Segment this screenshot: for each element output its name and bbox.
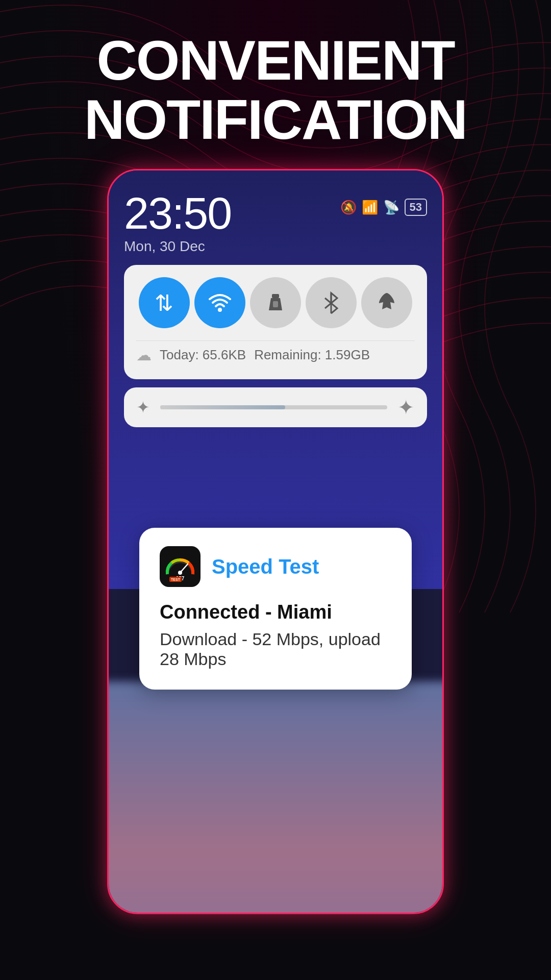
notification-app-name: Speed Test bbox=[212, 555, 319, 578]
bluetooth-toggle-btn[interactable] bbox=[306, 277, 357, 328]
quick-settings-panel: ⇅ bbox=[124, 265, 427, 379]
data-cloud-icon: ☁ bbox=[136, 346, 152, 364]
data-today: Today: 65.6KB bbox=[160, 347, 246, 363]
wifi-icon: 📡 bbox=[383, 200, 399, 215]
svg-point-8 bbox=[178, 571, 182, 575]
status-icons: 🔕 📶 📡 53 bbox=[340, 199, 427, 216]
svg-rect-1 bbox=[272, 294, 279, 298]
data-remaining: Remaining: 1.59GB bbox=[254, 347, 370, 363]
notification-card: 357 TEST Speed Test Connected - Miami Do… bbox=[139, 528, 412, 690]
brightness-track[interactable] bbox=[160, 405, 387, 409]
svg-line-5 bbox=[325, 303, 331, 308]
airplane-toggle-btn[interactable] bbox=[361, 277, 412, 328]
quick-icons-row: ⇅ bbox=[136, 277, 415, 328]
app-icon: 357 TEST bbox=[160, 546, 201, 587]
phone-screen-top: 23:50 Mon, 30 Dec 🔕 📶 📡 53 ⇅ bbox=[109, 170, 442, 589]
svg-line-4 bbox=[325, 298, 331, 303]
svg-point-0 bbox=[218, 308, 222, 312]
svg-text:TEST: TEST bbox=[171, 578, 181, 581]
page-title: CONVENIENT NOTIFICATION bbox=[0, 0, 551, 169]
clock-date: Mon, 30 Dec bbox=[124, 238, 231, 255]
mute-icon: 🔕 bbox=[340, 200, 357, 215]
wifi-toggle-btn[interactable] bbox=[194, 277, 245, 328]
data-toggle-btn[interactable]: ⇅ bbox=[139, 277, 190, 328]
signal-icon: 📶 bbox=[362, 200, 378, 215]
brightness-panel: ✦ ✦ bbox=[124, 387, 427, 427]
clock-time: 23:50 bbox=[124, 191, 231, 236]
flashlight-toggle-btn[interactable] bbox=[250, 277, 301, 328]
brightness-fill bbox=[160, 405, 285, 409]
battery-badge: 53 bbox=[405, 199, 427, 216]
notification-title: Connected - Miami bbox=[160, 601, 391, 623]
notification-header: 357 TEST Speed Test bbox=[160, 546, 391, 587]
notification-body: Download - 52 Mbps, upload 28 Mbps bbox=[160, 629, 391, 669]
svg-rect-2 bbox=[273, 301, 278, 307]
status-bar: 23:50 Mon, 30 Dec 🔕 📶 📡 53 bbox=[124, 191, 427, 255]
brightness-high-icon: ✦ bbox=[397, 396, 415, 419]
brightness-low-icon: ✦ bbox=[136, 398, 150, 417]
phone-wallpaper bbox=[107, 681, 444, 914]
phone-mockup: 23:50 Mon, 30 Dec 🔕 📶 📡 53 ⇅ bbox=[107, 169, 444, 914]
data-usage-row: ☁ Today: 65.6KB Remaining: 1.59GB bbox=[136, 340, 415, 369]
